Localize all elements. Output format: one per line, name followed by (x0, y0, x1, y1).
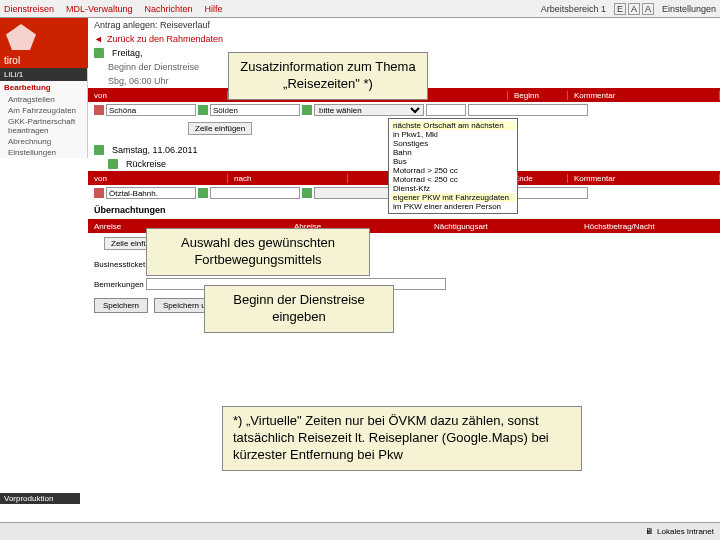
nav-dienstreisen[interactable]: Dienstreisen (4, 4, 54, 14)
dd-item[interactable]: im PKW einer anderen Person (391, 202, 515, 211)
th-beginn: Beginn (508, 91, 568, 100)
return-icon (108, 159, 118, 169)
dd-item[interactable]: Motorrad < 250 cc (391, 175, 515, 184)
transport-dropdown[interactable]: nächste Ortschaft am nächsten in Pkw1, M… (388, 118, 518, 214)
return-label: Rückreise (126, 159, 166, 169)
save-button[interactable]: Speichern (94, 298, 148, 313)
statusbar: 🖥 Lokales Intranet (0, 522, 720, 540)
callout-footnote: *) „Virtuelle" Zeiten nur bei ÖVKM dazu … (222, 406, 582, 471)
day1-sub: Sbg, 06:00 Uhr (108, 76, 169, 86)
th-von: von (88, 91, 228, 100)
callout-zusatzinfo: Zusatzinformation zum Thema „Reisezeiten… (228, 52, 428, 100)
back-link[interactable]: Zurück zu den Rahmendaten (88, 32, 720, 46)
access-e[interactable]: E (614, 3, 626, 15)
eagle-icon (6, 24, 36, 50)
th-komm: Kommentar (568, 91, 720, 100)
zone-icon[interactable] (302, 188, 312, 198)
breadcrumb: Antrag anlegen: Reiseverlauf (88, 18, 720, 32)
delete-icon[interactable] (94, 105, 104, 115)
zone-icon[interactable] (198, 188, 208, 198)
von-input[interactable] (106, 104, 196, 116)
sidebar-header: LiLi/1 (0, 68, 87, 81)
th-hoechst: Höchstbetrag/Nacht (578, 222, 720, 231)
day1-label: Freitag, (112, 48, 143, 58)
sidebar-item-einstellungen[interactable]: Einstellungen (0, 147, 87, 158)
topbar: Dienstreisen MDL-Verwaltung Nachrichten … (0, 0, 720, 18)
logo-text: tirol (4, 55, 20, 66)
status-right: Lokales Intranet (657, 527, 714, 536)
add-row-button[interactable]: Zeile einfügen (188, 122, 252, 135)
nav-mdl[interactable]: MDL-Verwaltung (66, 4, 133, 14)
dd-item[interactable]: Sonstiges (391, 139, 515, 148)
access-a2[interactable]: A (642, 3, 654, 15)
th-nach2: nach (228, 174, 348, 183)
user-workspace: Arbeitsbereich 1 (541, 4, 606, 14)
sidebar-section: Bearbeitung (0, 81, 87, 94)
dd-item[interactable]: Bus (391, 157, 515, 166)
sidebar-item-abrechnung[interactable]: Abrechnung (0, 136, 87, 147)
help-badge: Vorproduktion (0, 493, 80, 504)
day-icon (94, 145, 104, 155)
sidebar-item-gkk[interactable]: GKK-Partnerschaft beantragen (0, 116, 87, 136)
day1-info: Beginn der Dienstreise (108, 62, 199, 72)
intranet-icon: 🖥 (645, 527, 653, 536)
day-icon (94, 48, 104, 58)
nav-nachrichten[interactable]: Nachrichten (145, 4, 193, 14)
dd-item[interactable]: eigener PKW mit Fahrzeugdaten (391, 193, 515, 202)
sidebar-item-antrag[interactable]: Antragstellen (0, 94, 87, 105)
th-von2: von (88, 174, 228, 183)
von2-input[interactable] (106, 187, 196, 199)
access-a1[interactable]: A (628, 3, 640, 15)
th-komm2: Kommentar (568, 174, 720, 183)
dd-item[interactable]: in Pkw1, Mkl (391, 130, 515, 139)
zone-icon-2[interactable] (302, 105, 312, 115)
settings-link[interactable]: Einstellungen (662, 4, 716, 14)
accessibility-controls: E A A (614, 3, 654, 15)
delete-icon[interactable] (94, 188, 104, 198)
bem-label: Bemerkungen (94, 280, 144, 289)
kommentar-input[interactable] (468, 104, 588, 116)
zone-icon[interactable] (198, 105, 208, 115)
dd-item[interactable]: Bahn (391, 148, 515, 157)
sidebar-item-fahrzeug[interactable]: Am Fahrzeugdaten (0, 105, 87, 116)
day2-label: Samstag, 11.06.2011 (112, 145, 198, 155)
beginn-input[interactable] (426, 104, 466, 116)
dd-item[interactable]: nächste Ortschaft am nächsten (391, 121, 515, 130)
callout-beginn: Beginn der Dienstreise eingeben (204, 285, 394, 333)
dd-item[interactable]: Motorrad > 250 cc (391, 166, 515, 175)
nach-input[interactable] (210, 104, 300, 116)
logo: tirol (0, 18, 88, 68)
dd-item[interactable]: Dienst-Kfz (391, 184, 515, 193)
callout-fortbewegung: Auswahl des gewünschten Fortbewegungsmit… (146, 228, 370, 276)
nav-hilfe[interactable]: Hilfe (205, 4, 223, 14)
transport-select[interactable]: bitte wählen (314, 104, 424, 116)
nach2-input[interactable] (210, 187, 300, 199)
th-nart: Nächtigungsart (428, 222, 578, 231)
